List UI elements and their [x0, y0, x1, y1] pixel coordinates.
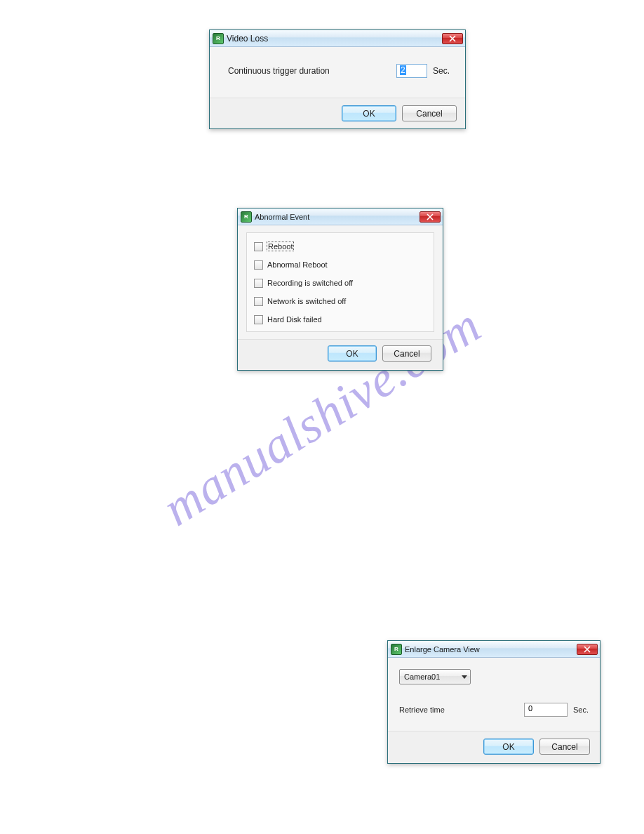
option-abnormal-reboot[interactable]: Abnormal Reboot	[250, 256, 431, 274]
ok-button[interactable]: OK	[342, 105, 396, 121]
option-label: Recording is switched off	[267, 279, 353, 287]
checkbox-icon[interactable]	[254, 315, 263, 324]
camera-selected-value: Camera01	[404, 673, 440, 681]
chevron-down-icon	[462, 675, 467, 679]
duration-input[interactable]: 2	[396, 64, 427, 78]
close-button[interactable]	[577, 644, 598, 655]
checkbox-icon[interactable]	[254, 297, 263, 306]
option-label: Reboot	[267, 241, 294, 251]
enlarge-camera-dialog: R Enlarge Camera View Camera01 Retrieve …	[387, 640, 601, 764]
cancel-button[interactable]: Cancel	[382, 345, 431, 362]
option-network-off[interactable]: Network is switched off	[250, 292, 431, 310]
duration-unit: Sec.	[433, 66, 450, 76]
app-icon: R	[241, 211, 252, 223]
close-icon	[584, 646, 591, 653]
camera-select[interactable]: Camera01	[399, 669, 471, 684]
app-icon: R	[213, 33, 224, 44]
abnormal-event-dialog: R Abnormal Event Reboot Abnormal Reboot …	[237, 208, 443, 371]
close-icon	[427, 213, 434, 220]
retrieve-label: Retrieve time	[399, 706, 524, 714]
retrieve-unit: Sec.	[573, 706, 589, 714]
ok-button[interactable]: OK	[328, 345, 377, 362]
duration-label: Continuous trigger duration	[228, 66, 396, 76]
dialog-title: Enlarge Camera View	[405, 645, 577, 654]
checkbox-icon[interactable]	[254, 242, 263, 251]
close-button[interactable]	[442, 33, 463, 44]
dialog-title: Video Loss	[227, 34, 442, 44]
titlebar[interactable]: R Video Loss	[210, 30, 465, 47]
option-label: Network is switched off	[267, 297, 346, 305]
checkbox-icon[interactable]	[254, 260, 263, 270]
close-icon	[449, 35, 456, 42]
retrieve-input[interactable]: 0	[524, 703, 568, 717]
cancel-button[interactable]: Cancel	[402, 105, 457, 121]
option-label: Hard Disk failed	[267, 315, 322, 324]
app-icon: R	[391, 644, 402, 655]
option-hdd-failed[interactable]: Hard Disk failed	[250, 310, 431, 329]
checkbox-icon[interactable]	[254, 279, 263, 288]
option-reboot[interactable]: Reboot	[250, 237, 431, 256]
dialog-title: Abnormal Event	[255, 213, 420, 221]
option-recording-off[interactable]: Recording is switched off	[250, 274, 431, 292]
close-button[interactable]	[420, 211, 441, 223]
titlebar[interactable]: R Enlarge Camera View	[388, 641, 600, 658]
cancel-button[interactable]: Cancel	[539, 739, 590, 755]
titlebar[interactable]: R Abnormal Event	[238, 208, 443, 225]
ok-button[interactable]: OK	[483, 739, 534, 755]
option-label: Abnormal Reboot	[267, 260, 328, 269]
video-loss-dialog: R Video Loss Continuous trigger duration…	[209, 29, 466, 129]
